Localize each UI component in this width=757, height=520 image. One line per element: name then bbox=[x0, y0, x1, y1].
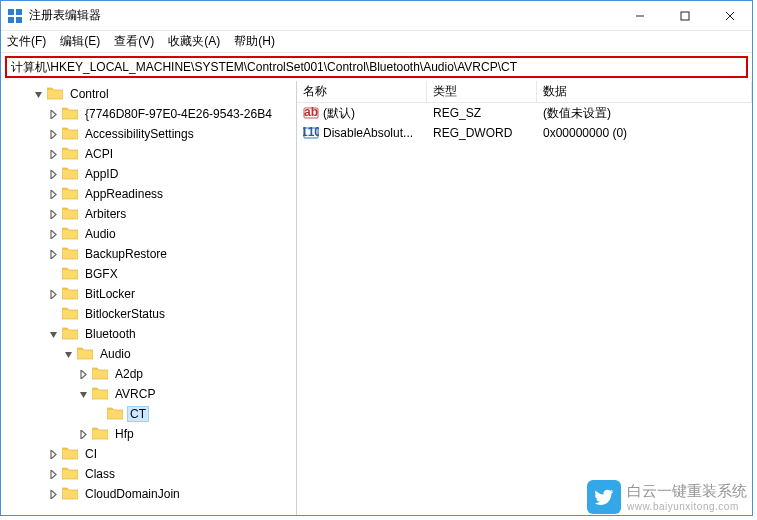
menu-view[interactable]: 查看(V) bbox=[114, 33, 154, 50]
folder-icon bbox=[62, 206, 82, 223]
folder-icon bbox=[62, 186, 82, 203]
tree-panel[interactable]: Control{7746D80F-97E0-4E26-9543-26B4Acce… bbox=[1, 81, 297, 515]
expander-closed-icon[interactable] bbox=[46, 147, 61, 162]
tree-node[interactable]: Arbiters bbox=[1, 204, 296, 224]
menu-file[interactable]: 文件(F) bbox=[7, 33, 46, 50]
folder-icon bbox=[47, 86, 67, 103]
expander-open-icon[interactable] bbox=[76, 387, 91, 402]
value-string-icon bbox=[303, 105, 319, 121]
expander-closed-icon[interactable] bbox=[46, 247, 61, 262]
tree-node[interactable]: Hfp bbox=[1, 424, 296, 444]
expander-closed-icon[interactable] bbox=[46, 167, 61, 182]
expander-closed-icon[interactable] bbox=[46, 287, 61, 302]
value-binary-icon bbox=[303, 125, 319, 141]
titlebar: 注册表编辑器 bbox=[1, 1, 752, 31]
folder-icon bbox=[62, 226, 82, 243]
values-header: 名称 类型 数据 bbox=[297, 81, 752, 103]
value-name: DisableAbsolut... bbox=[323, 126, 413, 140]
close-button[interactable] bbox=[707, 1, 752, 30]
folder-icon bbox=[62, 466, 82, 483]
value-name: (默认) bbox=[323, 105, 355, 122]
tree-node-label: AppID bbox=[82, 167, 121, 181]
tree-node-label: ACPI bbox=[82, 147, 116, 161]
expander-closed-icon[interactable] bbox=[46, 127, 61, 142]
expander-closed-icon[interactable] bbox=[46, 187, 61, 202]
expander-closed-icon[interactable] bbox=[46, 487, 61, 502]
address-bar[interactable]: 计算机\HKEY_LOCAL_MACHINE\SYSTEM\ControlSet… bbox=[5, 56, 748, 78]
folder-icon bbox=[62, 106, 82, 123]
registry-editor-window: 注册表编辑器 文件(F) 编辑(E) 查看(V) 收藏夹(A) 帮助(H) 计算… bbox=[0, 0, 753, 516]
value-type: REG_DWORD bbox=[427, 126, 537, 140]
expander-open-icon[interactable] bbox=[46, 327, 61, 342]
tree-node-label: Audio bbox=[97, 347, 134, 361]
values-panel: 名称 类型 数据 (默认)REG_SZ(数值未设置)DisableAbsolut… bbox=[297, 81, 752, 515]
address-text: 计算机\HKEY_LOCAL_MACHINE\SYSTEM\ControlSet… bbox=[11, 59, 517, 76]
folder-icon bbox=[92, 386, 112, 403]
menu-edit[interactable]: 编辑(E) bbox=[60, 33, 100, 50]
tree-node[interactable]: Audio bbox=[1, 344, 296, 364]
tree-node-label: Bluetooth bbox=[82, 327, 139, 341]
folder-icon bbox=[62, 126, 82, 143]
expander-none bbox=[91, 407, 106, 422]
tree-node[interactable]: ACPI bbox=[1, 144, 296, 164]
window-controls bbox=[617, 1, 752, 30]
value-row[interactable]: (默认)REG_SZ(数值未设置) bbox=[297, 103, 752, 123]
tree-node-label: Arbiters bbox=[82, 207, 129, 221]
tree-node-label: BitlockerStatus bbox=[82, 307, 168, 321]
menu-help[interactable]: 帮助(H) bbox=[234, 33, 275, 50]
expander-closed-icon[interactable] bbox=[46, 447, 61, 462]
tree-node-label: Hfp bbox=[112, 427, 137, 441]
folder-icon bbox=[62, 306, 82, 323]
tree-node-label: BitLocker bbox=[82, 287, 138, 301]
folder-icon bbox=[107, 406, 127, 423]
tree-node[interactable]: Class bbox=[1, 464, 296, 484]
tree-node[interactable]: AccessibilitySettings bbox=[1, 124, 296, 144]
tree-node[interactable]: CI bbox=[1, 444, 296, 464]
tree-node[interactable]: Control bbox=[1, 84, 296, 104]
tree-node-label: {7746D80F-97E0-4E26-9543-26B4 bbox=[82, 107, 275, 121]
tree-node-label: AppReadiness bbox=[82, 187, 166, 201]
tree-node[interactable]: Audio bbox=[1, 224, 296, 244]
expander-closed-icon[interactable] bbox=[46, 207, 61, 222]
folder-icon bbox=[92, 426, 112, 443]
tree-node[interactable]: A2dp bbox=[1, 364, 296, 384]
expander-closed-icon[interactable] bbox=[46, 107, 61, 122]
folder-icon bbox=[62, 486, 82, 503]
folder-icon bbox=[62, 146, 82, 163]
folder-icon bbox=[62, 166, 82, 183]
column-data[interactable]: 数据 bbox=[537, 81, 752, 102]
folder-icon bbox=[62, 266, 82, 283]
value-row[interactable]: DisableAbsolut...REG_DWORD0x00000000 (0) bbox=[297, 123, 752, 143]
tree-node[interactable]: BackupRestore bbox=[1, 244, 296, 264]
window-title: 注册表编辑器 bbox=[29, 7, 617, 24]
tree-node[interactable]: {7746D80F-97E0-4E26-9543-26B4 bbox=[1, 104, 296, 124]
tree-node-label: A2dp bbox=[112, 367, 146, 381]
tree-node[interactable]: CloudDomainJoin bbox=[1, 484, 296, 504]
tree-node[interactable]: AppID bbox=[1, 164, 296, 184]
tree-node[interactable]: BGFX bbox=[1, 264, 296, 284]
menu-favorites[interactable]: 收藏夹(A) bbox=[168, 33, 220, 50]
tree-node-label: Control bbox=[67, 87, 112, 101]
value-data: 0x00000000 (0) bbox=[537, 126, 752, 140]
column-name[interactable]: 名称 bbox=[297, 81, 427, 102]
expander-closed-icon[interactable] bbox=[76, 367, 91, 382]
expander-open-icon[interactable] bbox=[31, 87, 46, 102]
tree-node[interactable]: Bluetooth bbox=[1, 324, 296, 344]
folder-icon bbox=[62, 246, 82, 263]
folder-icon bbox=[77, 346, 97, 363]
maximize-button[interactable] bbox=[662, 1, 707, 30]
tree-node-label: CI bbox=[82, 447, 100, 461]
values-body: (默认)REG_SZ(数值未设置)DisableAbsolut...REG_DW… bbox=[297, 103, 752, 143]
expander-open-icon[interactable] bbox=[61, 347, 76, 362]
tree-node[interactable]: AppReadiness bbox=[1, 184, 296, 204]
tree-node-label: BGFX bbox=[82, 267, 121, 281]
expander-closed-icon[interactable] bbox=[46, 467, 61, 482]
column-type[interactable]: 类型 bbox=[427, 81, 537, 102]
minimize-button[interactable] bbox=[617, 1, 662, 30]
tree-node[interactable]: AVRCP bbox=[1, 384, 296, 404]
tree-node[interactable]: BitlockerStatus bbox=[1, 304, 296, 324]
tree-node[interactable]: BitLocker bbox=[1, 284, 296, 304]
expander-closed-icon[interactable] bbox=[76, 427, 91, 442]
expander-closed-icon[interactable] bbox=[46, 227, 61, 242]
tree-node[interactable]: CT bbox=[1, 404, 296, 424]
